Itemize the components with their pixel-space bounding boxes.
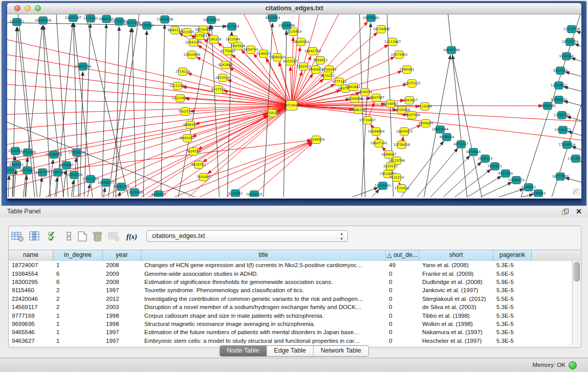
column-header-in_degree[interactable]: in_degree [53, 250, 103, 261]
graph-node[interactable]: 16640910 [293, 38, 310, 46]
graph-node[interactable]: 9194562 [228, 190, 243, 198]
graph-node[interactable]: 10688809 [368, 128, 385, 136]
table-row[interactable]: 2242004622012Investigating the contribut… [9, 295, 572, 303]
table-row[interactable]: 1938455462009Genome-wide association stu… [9, 269, 572, 277]
graph-node[interactable]: 9329366 [559, 53, 574, 60]
table-row[interactable]: 1830029562008Estimation of significance … [9, 278, 572, 286]
graph-node[interactable]: 20878682 [363, 14, 380, 22]
graph-node[interactable]: 2718126 [176, 68, 190, 76]
graph-node[interactable]: 7357224 [225, 23, 239, 31]
graph-node[interactable]: 15958381 [539, 102, 556, 110]
graph-node[interactable]: 5405572 [10, 18, 24, 26]
graph-node[interactable]: 14136141 [375, 182, 391, 190]
tab-edge-table[interactable]: Edge Table [267, 346, 313, 356]
graph-node[interactable]: 9824554 [358, 89, 372, 96]
graph-node[interactable]: 11675338 [568, 155, 581, 163]
graph-node[interactable]: 10213430 [172, 95, 189, 102]
tab-node-table[interactable]: Node Table [220, 346, 267, 356]
graph-node[interactable]: 16648784 [443, 47, 460, 54]
graph-node[interactable]: 1527602 [83, 15, 98, 23]
column-header-name[interactable]: name [9, 250, 53, 261]
window-titlebar[interactable]: citations_edges.txt [7, 3, 581, 14]
table-row[interactable]: 977716911998Corpus callosum shape and si… [9, 311, 572, 319]
graph-node[interactable]: 8938924 [440, 134, 454, 141]
column-header-out_de[interactable]: △ out_de... [386, 250, 419, 261]
graph-node[interactable]: 13365791 [554, 112, 571, 119]
delete-table-icon[interactable] [91, 229, 105, 244]
graph-node[interactable]: 20364436 [346, 95, 363, 103]
float-panel-icon[interactable] [562, 209, 569, 215]
graph-node[interactable]: 16403544 [432, 126, 449, 134]
table-row[interactable]: 969969511998Structural magnetic resonanc… [9, 320, 572, 328]
graph-node[interactable]: 8186328 [207, 36, 221, 43]
graph-node[interactable]: 12505193 [66, 171, 83, 179]
graph-node[interactable]: 10807487 [368, 94, 385, 102]
graph-node[interactable]: 16958107 [98, 179, 115, 187]
graph-node[interactable]: 16777808 [552, 173, 569, 181]
network-svg[interactable]: 1872400786601238912955182260589827503818… [7, 14, 581, 197]
graph-node[interactable]: 9086645 [531, 190, 546, 198]
graph-node[interactable]: 2803144 [215, 74, 230, 82]
table-selector-dropdown[interactable]: citations_edges.txt ▲▼ [146, 230, 348, 242]
show-columns-icon[interactable] [28, 229, 42, 244]
graph-node[interactable]: 9115460 [418, 103, 432, 111]
graph-node[interactable]: 18724007 [284, 101, 300, 111]
graph-node[interactable]: 17016504 [559, 141, 576, 149]
graph-node[interactable]: 6879197 [454, 141, 468, 148]
graph-node[interactable]: 11449938 [157, 16, 173, 24]
graph-node[interactable]: 19463627 [401, 97, 418, 104]
resize-grip-icon[interactable] [573, 188, 580, 195]
graph-node[interactable]: 2935114 [478, 155, 492, 163]
graph-node[interactable]: 1733426 [395, 185, 409, 192]
graph-node[interactable]: 8991050 [180, 135, 194, 142]
graph-node[interactable]: 7632621 [488, 163, 502, 170]
close-panel-icon[interactable]: ✕ [576, 207, 582, 215]
graph-node[interactable]: 9975887 [59, 162, 74, 169]
table-scrollbar[interactable] [572, 261, 580, 345]
scrollbar-thumb[interactable] [574, 262, 580, 281]
graph-node[interactable]: 9435762 [191, 161, 206, 169]
select-columns-icon[interactable] [47, 229, 61, 244]
graph-node[interactable]: 12213383 [169, 82, 186, 90]
function-builder-icon[interactable]: f(x) [125, 229, 140, 244]
column-header-year[interactable]: year [103, 250, 141, 261]
tab-network-table[interactable]: Network Table [314, 346, 368, 356]
table-row[interactable]: 946362711997Embryonic stem cells: a mode… [9, 337, 572, 345]
table-row[interactable]: 911546021997Tourette syndrome. Phenomeno… [9, 286, 572, 294]
graph-node[interactable]: 15751074 [562, 38, 579, 46]
graph-node[interactable]: 19654923 [396, 128, 413, 136]
new-table-icon[interactable] [75, 229, 90, 244]
table-row[interactable]: 1872400712008Changes of HCN gene express… [9, 261, 572, 269]
graph-node[interactable]: 19756928 [394, 141, 410, 149]
graph-node[interactable]: 15720407 [359, 117, 376, 124]
graph-node[interactable]: 11172756 [563, 26, 580, 33]
graph-node[interactable]: 8471626 [498, 170, 513, 178]
graph-node[interactable]: 7515552 [140, 22, 154, 30]
column-header-title[interactable]: title [141, 250, 386, 261]
table-row[interactable]: 946554611997Estimation of the future num… [9, 328, 572, 336]
memory-status-indicator[interactable] [569, 361, 577, 369]
graph-node[interactable]: 7955812 [313, 57, 328, 64]
graph-node[interactable]: 16154838 [373, 26, 390, 33]
graph-node[interactable]: 9474444 [466, 148, 481, 156]
graph-node[interactable]: 12444130 [551, 96, 568, 104]
row-height-icon[interactable] [62, 229, 76, 244]
graph-node[interactable]: 12093822 [551, 82, 568, 90]
graph-node[interactable]: 16782759 [113, 183, 130, 191]
column-header-short[interactable]: short [419, 250, 493, 261]
graph-node[interactable]: 12213967 [384, 38, 401, 46]
graph-node[interactable]: 15992971 [555, 126, 572, 134]
graph-node[interactable]: 10653287 [65, 14, 82, 22]
graph-node[interactable]: 1342757 [35, 169, 50, 177]
column-header-pagerank[interactable]: pagerank [493, 250, 532, 261]
graph-node[interactable]: 17359928 [69, 149, 85, 157]
graph-node[interactable]: 20206576 [46, 151, 62, 159]
graph-node[interactable]: 12975115 [404, 80, 421, 87]
table-row[interactable]: 1456911722003Disruption of a novel membe… [9, 303, 572, 311]
graph-node[interactable]: 9227349 [553, 67, 568, 75]
network-canvas[interactable]: 1872400786601238912955182260589827503818… [7, 14, 581, 197]
graph-node[interactable]: 7485083 [400, 66, 414, 74]
graph-node[interactable]: 18807249 [371, 140, 387, 147]
graph-node[interactable]: 16836531 [246, 191, 263, 198]
graph-node[interactable]: 9175685 [221, 48, 235, 55]
